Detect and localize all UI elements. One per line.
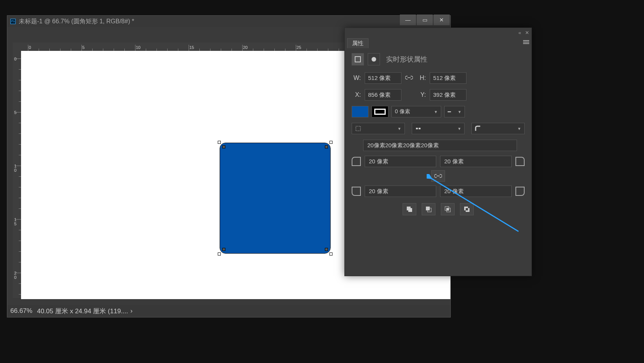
- stroke-caps-dropdown[interactable]: ▼: [412, 123, 465, 134]
- corner-tl-icon: [352, 157, 361, 166]
- collapse-icon[interactable]: «: [518, 30, 521, 36]
- width-label: W:: [352, 75, 361, 81]
- corner-handle-bl[interactable]: [222, 248, 225, 251]
- corners-summary-field[interactable]: 20像素20像素20像素20像素: [363, 140, 517, 151]
- corners-bottom-row: 20 像素 20 像素: [352, 186, 525, 197]
- path-operations: [352, 203, 525, 215]
- panel-body: 实时形状属性 W: 512 像素 H: 512 像素 X: 856 像素 Y: …: [345, 49, 532, 219]
- stroke-corners-dropdown[interactable]: ▼: [471, 123, 525, 134]
- link-wh-icon[interactable]: [405, 75, 413, 81]
- stroke-width-value: 0 像素: [395, 108, 410, 115]
- corner-tl-field[interactable]: 20 像素: [365, 156, 436, 167]
- combine-shapes-button[interactable]: [403, 203, 416, 215]
- transform-handle-bl[interactable]: [218, 252, 221, 256]
- corner-handle-br[interactable]: [325, 248, 328, 251]
- properties-header: 实时形状属性: [352, 53, 525, 65]
- svg-rect-0: [355, 57, 360, 62]
- fill-stroke-row: 0 像素 ▼ ━ ▼: [352, 106, 525, 117]
- stroke-align-dropdown[interactable]: ▼: [352, 123, 405, 134]
- chevron-down-icon: ▼: [398, 127, 401, 131]
- transform-handle-tl[interactable]: [218, 141, 221, 144]
- chevron-down-icon: ▼: [517, 127, 521, 131]
- minimize-button[interactable]: —: [400, 15, 416, 25]
- mask-icon[interactable]: [368, 53, 380, 65]
- svg-rect-2: [356, 126, 360, 131]
- link-corners-row: [352, 170, 525, 182]
- transform-handle-br[interactable]: [329, 252, 333, 256]
- status-bar: 66.67% 40.05 厘米 x 24.94 厘米 (119.... ›: [7, 305, 450, 317]
- properties-title: 实时形状属性: [386, 55, 427, 64]
- rounded-rectangle-shape[interactable]: [220, 143, 330, 253]
- size-row: W: 512 像素 H: 512 像素: [352, 72, 525, 84]
- properties-panel: « ✕ 属性 实时形状属性 W: 512 像素 H: 512 像素 X:: [344, 28, 532, 276]
- document-dimensions: 40.05 厘米 x 24.94 厘米 (119....: [37, 307, 128, 316]
- title-bar: Ps 未标题-1 @ 66.7% (圆角矩形 1, RGB/8#) * — ▭ …: [7, 16, 450, 27]
- panel-menu-icon[interactable]: [523, 39, 529, 45]
- corner-tr-icon: [515, 157, 525, 166]
- ps-icon: Ps: [10, 19, 16, 24]
- corners-top-row: 20 像素 20 像素: [352, 156, 525, 167]
- corner-handle-tl[interactable]: [222, 145, 225, 148]
- intersect-shapes-button[interactable]: [441, 203, 455, 215]
- corner-br-field[interactable]: 20 像素: [440, 186, 512, 197]
- position-row: X: 856 像素 Y: 392 像素: [352, 89, 525, 101]
- chevron-down-icon: ▼: [457, 127, 461, 131]
- corner-br-icon: [515, 187, 525, 196]
- corner-bl-icon: [352, 187, 361, 196]
- corner-tr-field[interactable]: 20 像素: [440, 156, 512, 167]
- zoom-level[interactable]: 66.67%: [10, 307, 33, 315]
- svg-rect-4: [419, 128, 421, 129]
- link-corners-button[interactable]: [431, 170, 445, 182]
- x-label: X:: [352, 91, 361, 98]
- svg-rect-3: [416, 128, 418, 129]
- maximize-button[interactable]: ▭: [417, 15, 433, 25]
- ruler-vertical[interactable]: 051 01 52 0: [13, 51, 21, 298]
- tab-properties[interactable]: 属性: [347, 38, 368, 48]
- panel-close-icon[interactable]: ✕: [525, 30, 529, 36]
- panel-header-controls: « ✕: [345, 28, 532, 37]
- stroke-line-icon: ━: [448, 109, 451, 115]
- fill-color-swatch[interactable]: [352, 106, 368, 117]
- width-field[interactable]: 512 像素: [365, 72, 401, 84]
- stroke-options-row: ▼ ▼ ▼: [352, 123, 525, 134]
- subtract-shapes-button[interactable]: [422, 203, 435, 215]
- y-label: Y:: [417, 91, 426, 98]
- height-field[interactable]: 512 像素: [430, 72, 466, 84]
- corner-bl-field[interactable]: 20 像素: [365, 186, 436, 197]
- panel-tabs: 属性: [345, 37, 532, 49]
- chevron-down-icon: ▼: [458, 110, 461, 114]
- stroke-width-dropdown[interactable]: 0 像素 ▼: [391, 106, 441, 117]
- stroke-type-dropdown[interactable]: ━ ▼: [444, 106, 465, 117]
- height-label: H:: [417, 75, 426, 81]
- live-shape-icon[interactable]: [352, 53, 364, 65]
- transform-handle-tr[interactable]: [329, 141, 333, 144]
- chevron-down-icon: ▼: [434, 110, 438, 114]
- document-title: 未标题-1 @ 66.7% (圆角矩形 1, RGB/8#) *: [19, 18, 134, 26]
- svg-point-1: [372, 57, 376, 62]
- close-button[interactable]: ✕: [434, 15, 450, 25]
- chevron-right-icon[interactable]: ›: [130, 307, 133, 315]
- y-field[interactable]: 392 像素: [430, 89, 466, 101]
- x-field[interactable]: 856 像素: [365, 89, 401, 101]
- exclude-shapes-button[interactable]: [460, 203, 474, 215]
- svg-rect-6: [408, 208, 412, 212]
- corner-handle-tr[interactable]: [325, 145, 328, 148]
- svg-rect-7: [426, 207, 430, 210]
- stroke-color-swatch[interactable]: [372, 106, 388, 117]
- svg-rect-11: [447, 208, 449, 210]
- window-controls: — ▭ ✕: [399, 15, 450, 25]
